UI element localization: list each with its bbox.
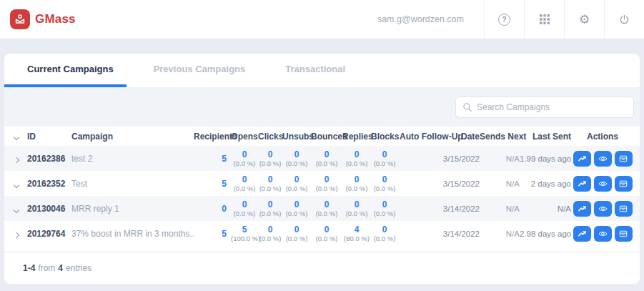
last-sent-value: 2 days ago (520, 179, 571, 188)
recipients-count[interactable]: 5 (194, 179, 231, 189)
clicks-stat[interactable]: 0(0.0 %) (258, 225, 282, 242)
opens-stat[interactable]: 5(100.0 %) (231, 225, 258, 242)
unsubs-stat[interactable]: 0(0.0 %) (282, 175, 311, 192)
view-button[interactable] (594, 176, 612, 192)
bounces-stat[interactable]: 0(0.0 %) (311, 200, 342, 217)
report-button[interactable] (573, 151, 591, 167)
clicks-stat[interactable]: 0(0.0 %) (258, 200, 282, 217)
bounces-stat[interactable]: 0(0.0 %) (311, 175, 342, 192)
archive-button[interactable] (615, 176, 633, 192)
col-header-bounces[interactable]: Bounces (311, 132, 342, 142)
tab-previous-campaigns[interactable]: Previous Campaigns (141, 54, 259, 87)
unsubs-stat[interactable]: 0(0.0 %) (282, 200, 311, 217)
replies-stat[interactable]: 4(80.0 %) (342, 225, 371, 242)
row-actions (571, 176, 634, 192)
replies-stat[interactable]: 0(0.0 %) (342, 150, 371, 167)
chevron-down-icon[interactable] (14, 207, 19, 212)
col-header-replies[interactable]: Replies (342, 132, 371, 142)
sends-next-value: N/A (480, 204, 520, 213)
eye-icon (598, 204, 608, 214)
report-button[interactable] (573, 201, 591, 217)
chevron-right-icon[interactable] (14, 157, 19, 162)
unsubs-stat[interactable]: 0(0.0 %) (282, 150, 311, 167)
unsubs-stat[interactable]: 0(0.0 %) (282, 225, 311, 242)
table-header-row: ID Campaign Recipients Opens Clicks Unsu… (4, 127, 640, 146)
power-icon (618, 14, 630, 26)
campaign-id: 20162352 (27, 179, 71, 189)
archive-button[interactable] (615, 201, 633, 217)
col-header-campaign[interactable]: Campaign (71, 132, 194, 142)
recipients-count[interactable]: 5 (194, 229, 231, 239)
replies-stat[interactable]: 0(0.0 %) (342, 200, 371, 217)
clicks-stat[interactable]: 0(0.0 %) (258, 150, 282, 167)
help-icon: ? (498, 14, 510, 26)
trend-up-icon (577, 154, 588, 164)
view-button[interactable] (594, 201, 612, 217)
search-box[interactable] (455, 97, 634, 118)
blocks-stat[interactable]: 0(0.0 %) (371, 225, 398, 242)
search-icon (462, 102, 472, 112)
tab-label: Transactional (285, 64, 345, 74)
chevron-right-icon[interactable] (14, 232, 19, 237)
campaign-date: 3/15/2022 (441, 154, 480, 163)
col-header-sends-next[interactable]: Sends Next (480, 132, 520, 142)
help-button[interactable]: ? (484, 0, 524, 39)
bounces-stat[interactable]: 0(0.0 %) (311, 150, 342, 167)
col-header-date[interactable]: Date (441, 132, 480, 142)
row-actions (571, 201, 634, 217)
col-header-recipients[interactable]: Recipients (194, 132, 231, 142)
gmass-logo-icon (10, 9, 30, 29)
col-header-blocks[interactable]: Blocks (371, 132, 398, 142)
clicks-stat[interactable]: 0(0.0 %) (258, 175, 282, 192)
blocks-stat[interactable]: 0(0.0 %) (371, 150, 398, 167)
top-bar: GMass sam.g@wordzen.com ? ⚙ (0, 0, 644, 39)
tab-transactional[interactable]: Transactional (272, 54, 358, 87)
trend-up-icon (577, 229, 588, 239)
blocks-stat[interactable]: 0(0.0 %) (371, 200, 398, 217)
recipients-count[interactable]: 5 (194, 154, 231, 164)
table-row[interactable]: 20162386 test 2 5 0(0.0 %) 0(0.0 %) 0(0.… (4, 146, 640, 171)
chevron-down-icon[interactable] (14, 134, 19, 139)
bounces-stat[interactable]: 0(0.0 %) (311, 225, 342, 242)
table-row[interactable]: 20129764 37% boost in MRR in 3 months...… (4, 221, 640, 246)
campaign-name: 37% boost in MRR in 3 months... (71, 229, 194, 239)
replies-stat[interactable]: 0(0.0 %) (342, 175, 371, 192)
report-button[interactable] (573, 176, 591, 192)
opens-stat[interactable]: 0(0.0 %) (231, 175, 258, 192)
archive-button[interactable] (615, 226, 633, 242)
tab-current-campaigns[interactable]: Current Campaigns (4, 54, 127, 87)
search-input[interactable] (477, 102, 627, 112)
eye-icon (598, 229, 608, 239)
eye-icon (598, 179, 608, 189)
settings-button[interactable]: ⚙ (564, 0, 604, 39)
col-header-opens[interactable]: Opens (231, 132, 258, 142)
table-row[interactable]: 20130046 MRR reply 1 0 0(0.0 %) 0(0.0 %)… (4, 196, 640, 221)
opens-stat[interactable]: 0(0.0 %) (231, 200, 258, 217)
archive-button[interactable] (615, 151, 633, 167)
table-toolbar (4, 87, 640, 127)
last-sent-value: N/A (520, 204, 571, 213)
brand[interactable]: GMass (10, 9, 76, 29)
entries-from-label: from (38, 263, 55, 273)
tab-label: Current Campaigns (27, 64, 114, 74)
report-button[interactable] (573, 226, 591, 242)
view-button[interactable] (594, 151, 612, 167)
view-button[interactable] (594, 226, 612, 242)
recipients-count[interactable]: 0 (194, 204, 231, 214)
apps-button[interactable] (524, 0, 564, 39)
table-footer: 1-4 from 4 entries (4, 252, 640, 284)
blocks-stat[interactable]: 0(0.0 %) (371, 175, 398, 192)
col-header-last-sent[interactable]: Last Sent (520, 132, 571, 142)
logout-button[interactable] (604, 0, 644, 39)
col-header-id[interactable]: ID (27, 132, 71, 142)
apps-grid-icon (540, 14, 550, 24)
chevron-down-icon[interactable] (14, 182, 19, 187)
campaign-date: 3/15/2022 (441, 179, 480, 188)
table-row[interactable]: 20162352 Test 5 0(0.0 %) 0(0.0 %) 0(0.0 … (4, 171, 640, 196)
col-header-unsubs[interactable]: Unsubs (282, 132, 311, 142)
campaign-date: 3/14/2022 (441, 204, 480, 213)
opens-stat[interactable]: 0(0.0 %) (231, 150, 258, 167)
col-header-clicks[interactable]: Clicks (258, 132, 282, 142)
col-header-auto-follow-up[interactable]: Auto Follow-Up (398, 132, 441, 142)
last-sent-value: 1.99 days ago (520, 154, 571, 163)
